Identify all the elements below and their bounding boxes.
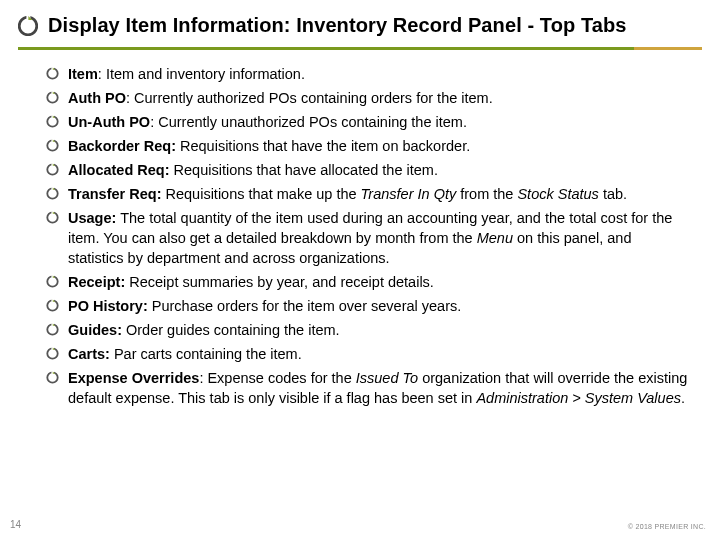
logo-icon [18,16,38,36]
copyright: © 2018 PREMIER INC. [628,523,706,530]
list-item: Item: Item and inventory information. [46,64,690,84]
bullet-term: Receipt: [68,274,125,290]
bullet-text: Requisitions that have the item on backo… [180,138,470,154]
bullet-text: Currently authorized POs containing orde… [134,90,493,106]
page-number: 14 [10,519,21,530]
italic-text: Issued To [356,370,418,386]
bullet-icon [46,163,59,176]
bullet-text: Expense codes for the [207,370,355,386]
list-item: Backorder Req: Requisitions that have th… [46,136,690,156]
list-item: Allocated Req: Requisitions that have al… [46,160,690,180]
bullet-text: Requisitions that make up the [166,186,361,202]
bullet-list: Item: Item and inventory information.Aut… [46,64,690,408]
bullet-term: PO History: [68,298,148,314]
list-item: Transfer Req: Requisitions that make up … [46,184,690,204]
bullet-text: Order guides containing the item. [126,322,340,338]
bullet-icon [46,323,59,336]
list-item: Usage: The total quantity of the item us… [46,208,690,268]
bullet-text: from the [456,186,517,202]
bullet-term: Transfer Req: [68,186,161,202]
list-item: Receipt: Receipt summaries by year, and … [46,272,690,292]
bullet-icon [46,275,59,288]
italic-text: Transfer In Qty [361,186,457,202]
bullet-term: Un-Auth PO [68,114,150,130]
bullet-icon [46,91,59,104]
bullet-term: Usage: [68,210,116,226]
list-item: Expense Overrides: Expense codes for the… [46,368,690,408]
slide-title: Display Item Information: Inventory Reco… [48,14,627,37]
bullet-text: tab. [599,186,627,202]
bullet-text: Requisitions that have allocated the ite… [174,162,438,178]
bullet-term: Backorder Req: [68,138,176,154]
bullet-text: Receipt summaries by year, and receipt d… [129,274,434,290]
bullet-icon [46,211,59,224]
bullet-term: Allocated Req: [68,162,170,178]
list-item: Guides: Order guides containing the item… [46,320,690,340]
bullet-text: . [681,390,685,406]
bullet-term: Carts: [68,346,110,362]
list-item: Un-Auth PO: Currently unauthorized POs c… [46,112,690,132]
bullet-icon [46,115,59,128]
bullet-icon [46,67,59,80]
bullet-text: Purchase orders for the item over severa… [152,298,461,314]
italic-text: Stock Status [517,186,598,202]
bullet-term: Expense Overrides [68,370,199,386]
bullet-icon [46,299,59,312]
bullet-term: Guides: [68,322,122,338]
bullet-term: Item [68,66,98,82]
list-item: PO History: Purchase orders for the item… [46,296,690,316]
bullet-text: Item and inventory information. [106,66,305,82]
bullet-text: Par carts containing the item. [114,346,302,362]
list-item: Auth PO: Currently authorized POs contai… [46,88,690,108]
bullet-icon [46,139,59,152]
bullet-text: Currently unauthorized POs containing th… [158,114,467,130]
bullet-icon [46,187,59,200]
italic-text: Administration > System Values [476,390,681,406]
bullet-icon [46,371,59,384]
content-area: Item: Item and inventory information.Aut… [0,50,720,408]
bullet-icon [46,347,59,360]
bullet-term: Auth PO [68,90,126,106]
slide: Display Item Information: Inventory Reco… [0,0,720,540]
italic-text: Menu [477,230,513,246]
list-item: Carts: Par carts containing the item. [46,344,690,364]
header: Display Item Information: Inventory Reco… [0,0,720,37]
